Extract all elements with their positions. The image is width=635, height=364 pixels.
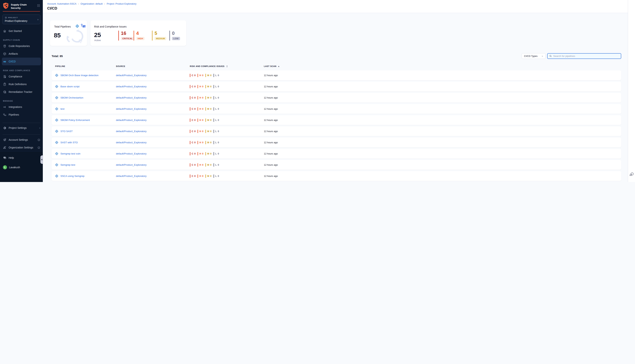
issue-medium: M0 <box>205 141 211 144</box>
sidebar-item-organization-settings[interactable]: Organization Settings <box>0 144 43 151</box>
table-row[interactable]: SBOM Policy Enforcement default/Product_… <box>52 115 317 125</box>
issue-critical: C0 <box>190 130 195 133</box>
pipeline-issues: C0 H0 M0 L0 <box>190 163 264 166</box>
sidebar-header: Supply Chain Security <box>0 0 43 10</box>
pipeline-name-link[interactable]: SBOM Policy Enforcement <box>61 119 90 122</box>
breadcrumb-account-link[interactable]: Account: Automation-SSCA <box>47 2 76 5</box>
issue-high: H0 <box>197 118 203 122</box>
user-menu[interactable]: L Lavakush <box>0 164 43 171</box>
sidebar-item-code-repositories[interactable]: Code Repositories <box>0 42 43 50</box>
pipeline-name-link[interactable]: STO SAST <box>61 130 73 133</box>
table-row[interactable]: Semgrep test vuln default/Product_Explor… <box>52 149 317 158</box>
app-title: Supply Chain Security <box>11 2 35 10</box>
issue-low: L0 <box>214 163 219 166</box>
breadcrumb-project-link[interactable]: Project: Product Exploratory <box>107 2 136 5</box>
col-issues[interactable]: RISK AND COMPLIANCE ISSUES <box>190 65 264 68</box>
col-last-scan[interactable]: LAST SCAN <box>264 65 317 67</box>
sidebar-footer: ? Help L Lavakush <box>0 152 43 182</box>
org-gear-icon <box>3 146 7 149</box>
issue-high: H0 <box>197 163 203 166</box>
table-row[interactable]: STO SAST default/Product_Exploratory C0 … <box>52 126 317 136</box>
last-scan: 12 hours ago <box>264 164 317 166</box>
module-grid-icon[interactable] <box>37 4 40 7</box>
issue-medium: M0 <box>205 163 211 166</box>
high-badge: HIGH <box>136 37 145 40</box>
pipeline-name-link[interactable]: Semgrep test vuln <box>61 152 81 155</box>
medium-count: 5 <box>154 31 169 36</box>
sidebar-item-account-settings[interactable]: Account Settings <box>0 136 43 144</box>
last-scan: 12 hours ago <box>264 119 317 122</box>
pipeline-issues: C0 H0 M0 L0 <box>190 118 264 122</box>
last-scan: 12 hours ago <box>264 175 317 178</box>
sidebar-item-remediation-tracker[interactable]: Remediation Tracker <box>0 88 43 96</box>
page-header: Account: Automation-SSCA › Organization:… <box>43 0 317 13</box>
last-scan: 12 hours ago <box>264 152 317 155</box>
table-row[interactable]: SSCA using Semgrep default/Product_Explo… <box>52 171 317 181</box>
pipeline-issues: C0 H0 M0 L0 <box>190 74 264 77</box>
summary-cards: Total Pipelines <box>50 20 317 46</box>
info-icon <box>38 138 40 141</box>
pipeline-diamond-icon <box>55 174 59 178</box>
pipeline-issues: C0 H0 M0 L0 <box>190 130 264 133</box>
help-button[interactable]: ? Help <box>0 154 43 162</box>
issue-medium: M0 <box>205 96 211 100</box>
high-count: 4 <box>136 31 152 36</box>
issue-medium: M0 <box>205 85 211 88</box>
sidebar-item-compliance[interactable]: Compliance <box>0 73 43 80</box>
sidebar-item-artifacts[interactable]: Artifacts <box>0 50 43 58</box>
code-repo-icon <box>3 44 7 48</box>
pipeline-name-link[interactable]: SAST with STO <box>61 141 78 144</box>
table-row[interactable]: Base sbom script default/Product_Explora… <box>52 82 317 91</box>
severity-critical: 16 CRITICAL <box>118 31 134 40</box>
pipeline-source: default/Product_Exploratory <box>116 96 190 99</box>
total-pipelines-title: Total Pipelines <box>54 25 71 28</box>
sidebar-collapse-handle[interactable] <box>40 156 43 164</box>
pipeline-name-link[interactable]: Semgrep test <box>61 164 75 166</box>
issue-medium: M0 <box>205 152 211 156</box>
pipeline-issues: C0 H0 M0 L0 <box>190 174 264 178</box>
gear-icon <box>3 126 7 130</box>
last-scan: 12 hours ago <box>264 85 317 88</box>
severity-high: 4 HIGH <box>134 31 152 40</box>
issue-critical: C0 <box>190 85 195 88</box>
issue-critical: C0 <box>190 163 195 166</box>
table-row[interactable]: SBOM Orch Base Image detection default/P… <box>52 70 317 80</box>
brand-divider <box>3 11 40 12</box>
doc-search-icon <box>3 75 7 78</box>
table-row[interactable]: test default/Product_Exploratory C0 H0 M… <box>52 104 317 114</box>
col-source: SOURCE <box>116 65 190 67</box>
sidebar-item-get-started[interactable]: Get Started <box>0 27 43 35</box>
pipeline-name-link[interactable]: SSCA using Semgrep <box>61 175 85 178</box>
breadcrumb-org-link[interactable]: Organization: default <box>81 2 103 5</box>
table-header: PIPELINE SOURCE RISK AND COMPLIANCE ISSU… <box>52 64 317 68</box>
home-icon <box>3 29 7 33</box>
project-name: Product Exploratory <box>5 20 27 22</box>
project-selector[interactable]: PROJECT Product Exploratory › <box>3 14 40 24</box>
issue-high: H0 <box>197 85 203 88</box>
pipeline-source: default/Product_Exploratory <box>116 119 190 122</box>
pipeline-name-link[interactable]: test <box>61 108 65 110</box>
table-row[interactable]: Semgrep test default/Product_Exploratory… <box>52 160 317 170</box>
issue-critical: C0 <box>190 96 195 100</box>
pipeline-issues: C0 H0 M0 L0 <box>190 141 264 144</box>
pipeline-diamond-icon <box>75 24 79 28</box>
pipeline-name-link[interactable]: SBOM Orchestartion <box>61 96 83 99</box>
table-row[interactable]: SAST with STO default/Product_Explorator… <box>52 138 317 147</box>
app-logo-shield-icon <box>3 2 9 10</box>
pipeline-name-link[interactable]: SBOM Orch Base Image detection <box>61 74 98 77</box>
low-count: 0 <box>172 31 183 36</box>
sidebar-item-pipelines[interactable]: Pipelines <box>0 111 43 118</box>
pipeline-name-link[interactable]: Base sbom script <box>61 85 80 88</box>
sidebar-item-rule-definitions[interactable]: Rule Definitions <box>0 80 43 88</box>
sidebar-item-integrations[interactable]: Integrations <box>0 103 43 111</box>
sidebar-item-project-settings[interactable]: Project Settings › <box>0 124 43 132</box>
severity-summary: 16 CRITICAL 4 HIGH 5 MEDIUM 0 LOW <box>118 31 183 40</box>
page-body: Total Pipelines <box>43 13 317 182</box>
severity-medium: 5 MEDIUM <box>152 31 169 40</box>
total-pipelines-card: Total Pipelines <box>50 20 87 46</box>
table-row[interactable]: SBOM Orchestartion default/Product_Explo… <box>52 93 317 102</box>
sidebar-item-cicd[interactable]: ∞ CI/CD <box>2 58 41 65</box>
svg-text:?: ? <box>4 157 5 158</box>
pipeline-diamond-icon <box>55 163 59 167</box>
issue-low: L0 <box>214 107 219 111</box>
